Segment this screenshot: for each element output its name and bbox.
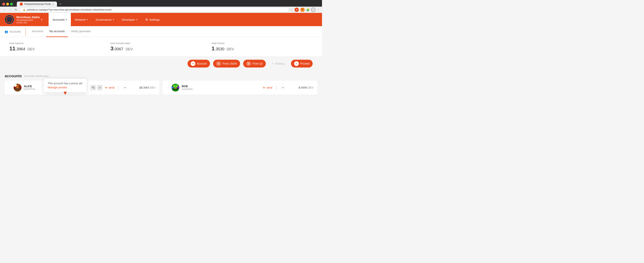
tab-favicon (20, 3, 23, 6)
bookmark-icon[interactable]: ☆ (290, 8, 293, 11)
lock-icon: 🔒 (23, 8, 26, 11)
tooltip-text: This account has a proxy set (48, 82, 83, 85)
from-qr-icon: ⊞ (246, 61, 251, 66)
alice-avatar-container: − (14, 84, 22, 92)
svg-rect-20 (178, 87, 179, 88)
alice-menu-dots[interactable]: ⋮ (116, 85, 121, 90)
accounts-grid: ☆ − ALICE 0 (5, 80, 317, 95)
alice-dropdown-button[interactable]: ▾ (122, 85, 128, 90)
app-header: Moonbase Alpha moonbase/2201 #3,887,092 … (0, 13, 322, 26)
address-bar-row: ← → ↻ 🔒 polkadot.js.org/apps/?rpc=wss://… (0, 7, 322, 13)
alice-balance-unit: DEV (150, 86, 156, 89)
svg-rect-7 (20, 87, 22, 88)
total-locked-label: total locked (212, 42, 313, 45)
stats-bar: total balance 11.3964 DEV total transfer… (0, 37, 322, 56)
profile-icon[interactable]: M (294, 8, 299, 12)
nav-network-label: Network (75, 18, 86, 21)
svg-rect-8 (92, 87, 93, 88)
proxied-button[interactable]: + Proxied (291, 60, 313, 68)
sub-nav-item-accounts[interactable]: Accounts (29, 26, 46, 37)
governance-arrow-icon: ▾ (113, 18, 114, 21)
people-icon: 👥 (5, 30, 8, 33)
accounts-section-title: accounts (5, 74, 22, 78)
maximize-traffic-light[interactable] (10, 3, 13, 6)
total-balance-value: 11.3964 DEV (9, 46, 110, 52)
nav-accounts[interactable]: Accounts ▾ (48, 13, 71, 26)
developer-arrow-icon: ▾ (136, 18, 138, 21)
minimize-traffic-light[interactable] (6, 3, 9, 6)
bob-balance-unit: DEV (308, 86, 314, 89)
from-qr-button[interactable]: ⊞ From Qr (243, 60, 266, 68)
bob-send-icon: ✈ (263, 86, 265, 90)
sub-nav-my-accounts-text: My accounts (49, 30, 65, 33)
browser-chrome: Polkadot/Substrate Portal ✕ + (0, 0, 322, 7)
nav-accounts-label: Accounts (52, 18, 64, 21)
account-card-alice: ☆ − ALICE 0 (5, 80, 160, 95)
new-tab-button[interactable]: + (58, 2, 63, 6)
sub-nav-item-my-accounts[interactable]: My accounts (46, 26, 68, 37)
from-json-button[interactable]: ↻ From JSON (213, 60, 240, 68)
add-account-button[interactable]: + Account (188, 60, 210, 68)
bob-balance-dec: .9999 (300, 86, 307, 89)
url-text: polkadot.js.org/apps/?rpc=wss://wss.api.… (27, 8, 112, 11)
network-sub: moonbase/2201 (16, 19, 40, 22)
svg-rect-17 (176, 86, 178, 87)
total-locked-int: 1 (212, 46, 215, 52)
alice-transfer-icon[interactable]: ⇄ (97, 85, 102, 90)
address-bar[interactable]: 🔒 polkadot.js.org/apps/?rpc=wss://wss.ap… (20, 8, 289, 12)
total-balance-stat: total balance 11.3964 DEV (9, 42, 110, 52)
bob-send-button[interactable]: ✈ send (263, 86, 272, 90)
accounts-section: accounts all locally stored acco... ☆ (0, 71, 322, 99)
svg-rect-10 (94, 88, 94, 88)
nav-network[interactable]: Network ▾ (71, 13, 92, 26)
bob-avatar-container (172, 84, 179, 92)
account-card-bob: ☆ BOB 0x0edcf64... (162, 80, 317, 95)
network-logo-inner (6, 16, 13, 23)
multisig-plus-icon: + (272, 62, 274, 65)
sub-nav-item-vanity[interactable]: Vanity generator (68, 26, 94, 37)
sub-nav-accounts-label: Accounts (10, 30, 21, 33)
nav-settings[interactable]: ⚙ Settings (141, 13, 164, 26)
total-transferrable-stat: total transferrable 3.0067 DEV (110, 42, 212, 52)
alice-favorite-star[interactable]: ☆ (8, 86, 11, 90)
extensions-icon[interactable]: 🧩 (306, 8, 310, 11)
manage-proxies-link[interactable]: Manage proxies (48, 86, 67, 89)
alice-proxy-icon[interactable] (90, 85, 96, 90)
total-balance-int: 11 (9, 46, 16, 52)
tab-title: Polkadot/Substrate Portal (24, 3, 51, 6)
reload-button[interactable]: ↻ (14, 8, 18, 12)
metamask-icon[interactable]: 🦊 (300, 8, 305, 12)
browser-actions: ☆ M 🦊 🧩 ⊙ ⋮ (290, 8, 320, 12)
back-button[interactable]: ← (2, 8, 7, 12)
forward-button[interactable]: → (8, 8, 12, 12)
from-qr-label: From Qr (252, 62, 263, 65)
bob-info: BOB 0x0edcf64... (182, 85, 260, 90)
nav-developer[interactable]: Developer ▾ (118, 13, 141, 26)
multisig-button[interactable]: + Multisig (269, 60, 288, 67)
total-locked-dec: .3530 (215, 47, 224, 51)
total-locked-value: 1.3530 DEV (212, 46, 313, 52)
bob-favorite-star[interactable]: ☆ (166, 86, 169, 90)
network-block: #3,887,092 (16, 22, 40, 24)
bob-dropdown-button[interactable]: ▾ (280, 85, 285, 90)
more-options-icon[interactable]: ⋮ (317, 8, 320, 11)
svg-rect-4 (18, 86, 20, 87)
camera-icon[interactable]: ⊙ (311, 8, 315, 12)
add-account-icon: + (191, 61, 195, 66)
nav-governance[interactable]: Governance ▾ (92, 13, 118, 26)
actions-row: + Account ↻ From JSON ⊞ From Qr + Multis… (0, 56, 322, 71)
bob-menu-dots[interactable]: ⋮ (274, 85, 279, 90)
active-tab[interactable]: Polkadot/Substrate Portal ✕ (17, 2, 57, 7)
network-logo[interactable] (5, 15, 14, 24)
alice-send-button[interactable]: ✈ send (105, 86, 114, 90)
svg-rect-5 (16, 88, 18, 88)
tab-close-button[interactable]: ✕ (52, 3, 54, 5)
sub-nav: 👥 Accounts Accounts My accounts Vanity g… (0, 26, 322, 37)
network-dropdown-arrow[interactable]: ▾ (41, 18, 42, 21)
settings-gear-icon: ⚙ (145, 18, 148, 22)
close-traffic-light[interactable] (2, 3, 5, 6)
alice-account-icons: ⇄ (90, 85, 102, 90)
sub-nav-vanity-text: Vanity generator (71, 30, 91, 33)
alice-send-label: send (108, 86, 114, 89)
nav-developer-label: Developer (122, 18, 135, 21)
